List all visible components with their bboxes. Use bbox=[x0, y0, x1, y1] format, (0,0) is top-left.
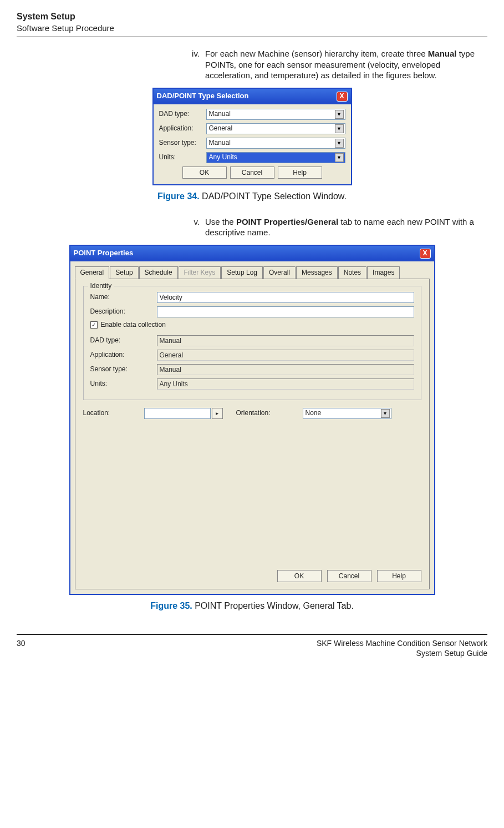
page-number: 30 bbox=[17, 638, 33, 658]
sensor-type-value: Manual bbox=[209, 139, 231, 148]
ok-button[interactable]: OK bbox=[182, 166, 227, 179]
location-label: Location: bbox=[83, 409, 144, 418]
application-value: General bbox=[209, 124, 233, 133]
orientation-value: None bbox=[306, 409, 322, 418]
chevron-down-icon[interactable]: ▼ bbox=[335, 124, 344, 133]
step-iv-marker: iv. bbox=[183, 48, 205, 81]
page-footer: 30 SKF Wireless Machine Condition Sensor… bbox=[17, 634, 487, 658]
dad-type-label-2: DAD type: bbox=[90, 336, 157, 345]
tab-images[interactable]: Images bbox=[367, 266, 400, 280]
step-v-text: Use the POINT Properties/General tab to … bbox=[205, 216, 487, 238]
units-readonly: Any Units bbox=[157, 378, 414, 390]
step-v-marker: v. bbox=[183, 216, 205, 238]
figure-35-text: POINT Properties Window, General Tab. bbox=[192, 601, 354, 610]
identity-fieldset: Identity Name: Velocity Description: ✓ E… bbox=[83, 286, 421, 400]
units-label: Units: bbox=[159, 153, 206, 162]
tab-notes[interactable]: Notes bbox=[338, 266, 366, 280]
header-rule bbox=[17, 37, 487, 37]
tab-setup[interactable]: Setup bbox=[110, 266, 138, 280]
dad-point-type-selection-dialog: DAD/POINT Type Selection X DAD type: Man… bbox=[152, 88, 352, 185]
name-label: Name: bbox=[90, 293, 157, 302]
step-iv-text: For each new Machine (sensor) hierarchy … bbox=[205, 48, 487, 81]
identity-legend: Identity bbox=[88, 282, 114, 291]
help-button[interactable]: Help bbox=[278, 166, 322, 179]
dad-type-label: DAD type: bbox=[159, 110, 206, 119]
sensor-type-label-2: Sensor type: bbox=[90, 365, 157, 374]
close-icon[interactable]: X bbox=[337, 92, 348, 102]
step-v: v. Use the POINT Properties/General tab … bbox=[183, 216, 487, 238]
chevron-down-icon[interactable]: ▼ bbox=[335, 153, 344, 162]
dad-type-readonly: Manual bbox=[157, 335, 414, 346]
chevron-down-icon[interactable]: ▼ bbox=[335, 110, 344, 119]
step-v-bold: POINT Properties/General bbox=[236, 217, 338, 226]
close-icon[interactable]: X bbox=[420, 249, 431, 259]
step-v-pre: Use the bbox=[205, 217, 236, 226]
dialog1-titlebar: DAD/POINT Type Selection X bbox=[154, 89, 351, 104]
chevron-down-icon[interactable]: ▼ bbox=[381, 409, 390, 418]
name-input[interactable]: Velocity bbox=[157, 292, 414, 303]
ok-button[interactable]: OK bbox=[277, 570, 322, 582]
step-iv-bold: Manual bbox=[428, 49, 457, 58]
help-button[interactable]: Help bbox=[377, 570, 421, 582]
point-properties-dialog: POINT Properties X General Setup Schedul… bbox=[69, 245, 435, 595]
footer-text: SKF Wireless Machine Condition Sensor Ne… bbox=[317, 638, 487, 658]
description-label: Description: bbox=[90, 307, 157, 316]
sensor-type-readonly: Manual bbox=[157, 364, 414, 375]
figure-35-caption: Figure 35. POINT Properties Window, Gene… bbox=[17, 600, 487, 612]
step-iv: iv. For each new Machine (sensor) hierar… bbox=[183, 48, 487, 81]
dialog1-body: DAD type: Manual ▼ Application: General … bbox=[154, 104, 351, 184]
orientation-label: Orientation: bbox=[236, 409, 297, 418]
location-row: Location: ▸ Orientation: None ▼ bbox=[83, 408, 421, 419]
tab-setup-log[interactable]: Setup Log bbox=[221, 266, 263, 280]
cancel-button[interactable]: Cancel bbox=[230, 166, 274, 179]
location-picker-button[interactable]: ▸ bbox=[212, 408, 223, 419]
orientation-combo[interactable]: None ▼ bbox=[303, 408, 391, 419]
chevron-down-icon[interactable]: ▼ bbox=[335, 139, 344, 148]
enable-data-collection-row[interactable]: ✓ Enable data collection bbox=[90, 321, 414, 330]
tab-general[interactable]: General bbox=[75, 266, 110, 280]
tab-messages[interactable]: Messages bbox=[296, 266, 338, 280]
figure-34-label: Figure 34. bbox=[157, 191, 200, 201]
application-readonly: General bbox=[157, 350, 414, 361]
dialog2-titlebar: POINT Properties X bbox=[70, 246, 434, 261]
step-iv-pre: For each new Machine (sensor) hierarchy … bbox=[205, 49, 428, 58]
tab-schedule[interactable]: Schedule bbox=[139, 266, 178, 280]
page-header-subtitle: Software Setup Procedure bbox=[17, 23, 487, 34]
figure-35-label: Figure 35. bbox=[150, 601, 192, 610]
location-input[interactable] bbox=[144, 408, 211, 419]
general-tab-panel: Identity Name: Velocity Description: ✓ E… bbox=[75, 279, 430, 589]
description-input[interactable] bbox=[157, 306, 414, 317]
sensor-type-combo[interactable]: Manual ▼ bbox=[206, 138, 345, 149]
dad-type-combo[interactable]: Manual ▼ bbox=[206, 109, 345, 120]
tab-filter-keys: Filter Keys bbox=[179, 266, 221, 280]
dialog2-title: POINT Properties bbox=[74, 249, 134, 258]
enable-data-collection-label: Enable data collection bbox=[101, 321, 166, 330]
figure-34-text: DAD/POINT Type Selection Window. bbox=[200, 191, 347, 201]
footer-line1: SKF Wireless Machine Condition Sensor Ne… bbox=[317, 638, 487, 648]
figure-34-caption: Figure 34. DAD/POINT Type Selection Wind… bbox=[17, 191, 487, 203]
tab-overall[interactable]: Overall bbox=[263, 266, 296, 280]
dad-type-value: Manual bbox=[209, 110, 231, 119]
dialog1-button-row: OK Cancel Help bbox=[159, 166, 345, 179]
enable-data-collection-checkbox[interactable]: ✓ bbox=[90, 321, 98, 329]
units-label-2: Units: bbox=[90, 380, 157, 388]
application-label-2: Application: bbox=[90, 351, 157, 360]
application-combo[interactable]: General ▼ bbox=[206, 123, 345, 134]
units-value: Any Units bbox=[209, 153, 237, 162]
cancel-button[interactable]: Cancel bbox=[327, 570, 371, 582]
application-label: Application: bbox=[159, 124, 206, 133]
page-header-title: System Setup bbox=[17, 11, 487, 23]
dialog1-title: DAD/POINT Type Selection bbox=[157, 92, 249, 101]
footer-line2: System Setup Guide bbox=[317, 648, 487, 658]
units-combo[interactable]: Any Units ▼ bbox=[206, 152, 345, 163]
sensor-type-label: Sensor type: bbox=[159, 139, 206, 148]
dialog2-button-row: OK Cancel Help bbox=[277, 570, 421, 582]
dialog2-tabstrip: General Setup Schedule Filter Keys Setup… bbox=[70, 261, 434, 279]
